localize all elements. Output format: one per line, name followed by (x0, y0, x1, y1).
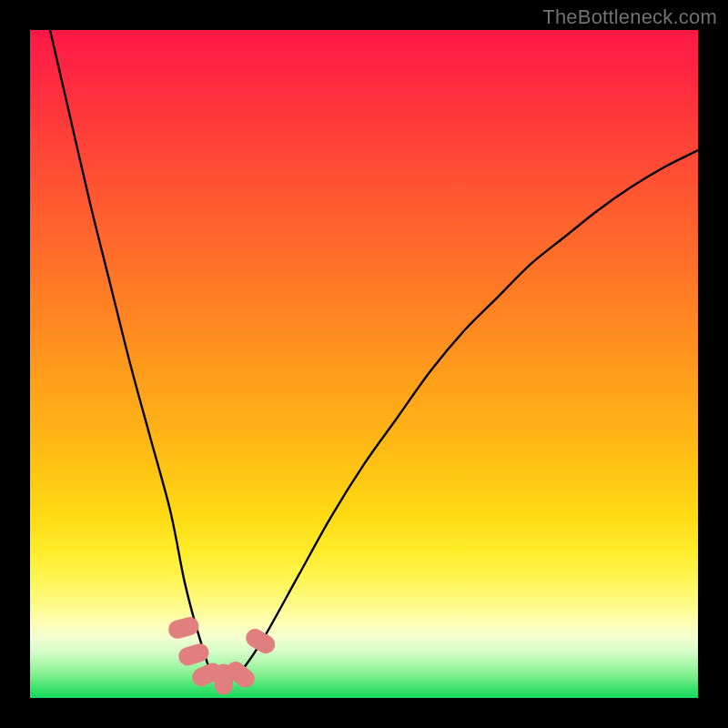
watermark-text: TheBottleneck.com (542, 5, 717, 29)
svg-rect-0 (167, 615, 201, 641)
marker-6 (243, 625, 278, 657)
chart-frame: TheBottleneck.com (0, 0, 728, 728)
svg-rect-5 (243, 625, 278, 657)
markers-group (167, 615, 278, 695)
svg-rect-1 (177, 642, 211, 668)
marker-2 (177, 642, 211, 668)
chart-svg (30, 30, 698, 698)
bottleneck-curve (50, 30, 698, 684)
marker-1 (167, 615, 201, 641)
